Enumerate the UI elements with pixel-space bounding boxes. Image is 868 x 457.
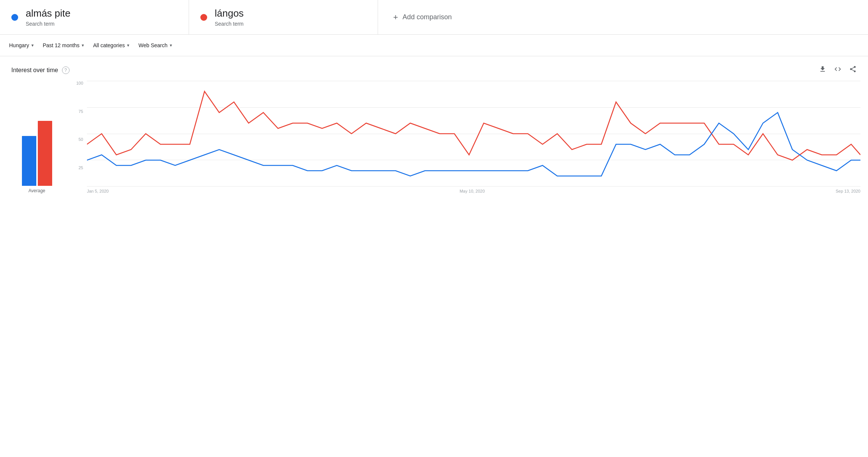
red-line [87,91,860,160]
chart-header: Interest over time ? [0,65,868,81]
term-name-1: almás pite [26,8,71,19]
x-label-sep: Sep 13, 2020 [836,189,860,193]
header-terms: almás pite Search term lángos Search ter… [0,0,868,35]
chart-title-group: Interest over time ? [11,66,70,74]
filter-search-type[interactable]: Web Search ▾ [138,41,172,50]
chart-title: Interest over time [11,67,58,74]
x-label-jan: Jan 5, 2020 [87,189,109,193]
filter-region-label: Hungary [9,42,29,48]
filter-category-label: All categories [93,42,125,48]
y-label-100: 100 [70,81,83,85]
term-dot-1 [11,14,18,21]
line-chart-area: 100 75 50 25 [66,81,868,205]
term-type-1: Search term [26,21,71,27]
chart-container: Average 100 75 50 25 [0,81,868,212]
add-comparison-button[interactable]: + Add comparison [378,0,868,34]
term-card-1[interactable]: almás pite Search term [0,0,189,34]
filter-time[interactable]: Past 12 months ▾ [43,41,84,50]
term-type-2: Search term [215,21,244,27]
term-info-1: almás pite Search term [26,8,71,27]
term-card-2[interactable]: lángos Search term [189,0,378,34]
avg-label: Average [28,188,45,193]
embed-button[interactable] [834,65,842,75]
filters-bar: Hungary ▾ Past 12 months ▾ All categorie… [0,35,868,56]
chart-actions [819,65,857,75]
plus-icon: + [393,12,398,22]
avg-section: Average [0,81,66,205]
chevron-region-icon: ▾ [31,43,34,48]
filter-category[interactable]: All categories ▾ [93,41,129,50]
chart-section: Interest over time ? Average [0,56,868,212]
download-button[interactable] [819,65,826,75]
share-button[interactable] [849,65,857,75]
chevron-search-type-icon: ▾ [170,43,172,48]
term-dot-2 [200,14,207,21]
y-axis: 100 75 50 25 [70,81,83,193]
y-label-75: 75 [70,109,83,114]
x-axis: Jan 5, 2020 May 10, 2020 Sep 13, 2020 [87,187,860,193]
filter-region[interactable]: Hungary ▾ [9,41,34,50]
avg-bars [22,103,52,186]
x-label-may: May 10, 2020 [460,189,485,193]
avg-bar-red [38,121,52,186]
y-label-50: 50 [70,137,83,142]
filter-time-label: Past 12 months [43,42,79,48]
avg-bar-blue [22,136,36,186]
chevron-time-icon: ▾ [82,43,84,48]
chart-inner [87,81,860,187]
y-label-25: 25 [70,165,83,170]
help-icon[interactable]: ? [62,66,70,74]
term-name-2: lángos [215,8,244,19]
term-info-2: lángos Search term [215,8,244,27]
filter-search-type-label: Web Search [138,42,167,48]
line-chart-svg [87,81,860,187]
chevron-category-icon: ▾ [127,43,129,48]
add-comparison-label: Add comparison [403,13,452,21]
